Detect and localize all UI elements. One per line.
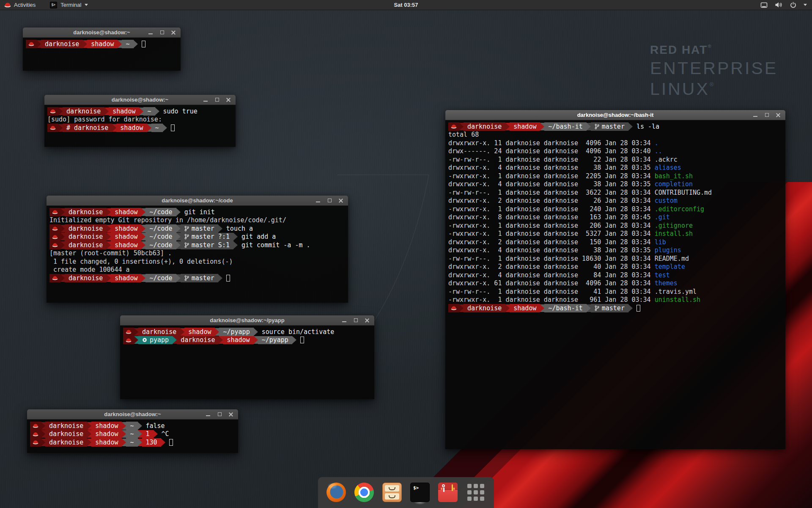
terminal-cursor — [171, 124, 175, 131]
terminal-line: -rw-rw-r--. 1 darknoise darknoise 18630 … — [448, 254, 782, 263]
window-titlebar[interactable]: darknoise@shadow:~ — [44, 95, 236, 105]
prompt-segment-hat — [49, 241, 60, 249]
prompt-segment-user: darknoise — [65, 208, 107, 216]
branch-icon — [184, 226, 189, 232]
redhat-icon — [126, 338, 132, 342]
firefox-icon[interactable] — [326, 483, 346, 502]
terminal-line: darknoiseshadow~/bash-itmasterls -la — [448, 122, 782, 131]
minimize-button[interactable] — [753, 113, 758, 118]
terminal-body[interactable]: darknoiseshadow~/codegit initInitialized… — [47, 206, 348, 303]
terminal-icon[interactable]: $> — [410, 483, 430, 502]
close-button[interactable] — [776, 113, 781, 118]
terminal-line: drwxrwxr-x. 4 darknoise darknoise 38 Jan… — [448, 164, 782, 172]
chevron-down-icon — [85, 4, 88, 6]
prompt-segment-host: shadow — [109, 107, 139, 116]
ls-meta: drwxrwxr-x. 8 darknoise darknoise 163 Ja… — [448, 213, 655, 221]
terminal-line: drwxrwxr-x. 11 darknoise darknoise 4096 … — [448, 139, 782, 147]
volume-icon — [775, 2, 783, 8]
powerline-arrow-icon — [540, 123, 544, 130]
window-titlebar[interactable]: darknoise@shadow:~ — [27, 409, 238, 420]
powerline-arrow-icon — [459, 123, 464, 130]
powerline-arrow-icon — [141, 274, 145, 282]
terminal-window-pyapp[interactable]: darknoise@shadow:~/pyapp darknoiseshadow… — [120, 315, 374, 399]
powerline-arrow-icon — [60, 225, 65, 232]
close-button[interactable] — [226, 97, 231, 102]
file-manager-icon[interactable] — [382, 483, 402, 502]
window-titlebar[interactable]: darknoise@shadow:~/bash-it — [445, 110, 785, 120]
ls-filename: .git — [655, 213, 670, 221]
minimize-button[interactable] — [206, 412, 211, 417]
maximize-button[interactable] — [764, 113, 769, 118]
close-button[interactable] — [171, 30, 176, 35]
app-menu-terminal[interactable]: $> Terminal — [46, 0, 92, 10]
ls-meta: drwxrwxr-x. 4 darknoise darknoise 38 Jan… — [448, 246, 655, 254]
terminal-line: -rw-rw-r--. 1 darknoise darknoise 22 Jan… — [448, 155, 782, 164]
powerline-arrow-icon — [107, 233, 111, 240]
maximize-button[interactable] — [217, 412, 222, 417]
command-text: ^C — [162, 430, 169, 438]
close-button[interactable] — [338, 198, 343, 203]
terminal-window-bash-it[interactable]: darknoise@shadow:~/bash-it darknoiseshad… — [445, 110, 785, 449]
clock[interactable]: Sat 03:57 — [0, 2, 812, 8]
maximize-button[interactable] — [327, 198, 332, 203]
status-area[interactable] — [760, 0, 812, 10]
powerline-arrow-icon — [58, 108, 63, 115]
minimize-button[interactable] — [203, 97, 208, 102]
prompt-segment-path: ~/pyapp — [219, 328, 253, 336]
powerline-arrow-icon — [60, 233, 65, 240]
close-button[interactable] — [365, 318, 370, 323]
maximize-button[interactable] — [214, 97, 219, 102]
terminal-line: -rwxrwxr-x. 1 darknoise darknoise 2205 J… — [448, 172, 782, 180]
window-titlebar[interactable]: darknoise@shadow:~/pyapp — [120, 315, 374, 326]
terminal-line: -rwxrwxr-x. 1 darknoise darknoise 961 Ja… — [448, 296, 782, 304]
terminal-body[interactable]: darknoiseshadow~falsedarknoiseshadow~1^C… — [27, 420, 238, 453]
terminal-body[interactable]: darknoiseshadow~/pyappsource bin/activat… — [120, 326, 374, 399]
minimize-button[interactable] — [148, 30, 153, 35]
window-titlebar[interactable]: darknoise@shadow:~/code — [47, 196, 348, 206]
close-button[interactable] — [228, 412, 233, 417]
terminal-body[interactable]: darknoiseshadow~/bash-itmasterls -latota… — [445, 120, 785, 449]
prompt-segment-hat — [49, 274, 60, 282]
terminal-line: create mode 100644 a — [49, 266, 345, 274]
branch-icon — [184, 234, 189, 240]
terminal-body[interactable]: darknoiseshadow~ — [23, 38, 181, 71]
terminal-line: darknoiseshadow~/codemaster — [49, 274, 345, 282]
powerline-arrow-icon — [459, 304, 464, 312]
redhat-logo-icon — [4, 2, 11, 8]
powerline-arrow-icon — [155, 108, 159, 115]
terminal-line: darknoiseshadow~1^C — [30, 430, 235, 439]
ls-meta: -rw-rw-r--. 1 darknoise darknoise 3622 J… — [448, 189, 655, 196]
prompt-segment-path: ~ — [151, 124, 163, 132]
toolbox-icon[interactable] — [438, 483, 458, 502]
prompt-segment-venv: pyapp — [138, 336, 173, 345]
minimize-button[interactable] — [315, 198, 321, 203]
prompt-segment-git: master — [591, 122, 628, 131]
chrome-icon[interactable] — [354, 483, 374, 502]
activities-button[interactable]: Activities — [0, 0, 40, 10]
prompt-segment-hat — [49, 224, 60, 233]
maximize-button[interactable] — [159, 30, 165, 35]
terminal-line: -rwxrwxr-x. 1 darknoise darknoise 5327 J… — [448, 230, 782, 238]
window-titlebar[interactable]: darknoise@shadow:~ — [23, 28, 181, 38]
prompt-segment-path: ~ — [122, 40, 133, 48]
minimize-button[interactable] — [342, 318, 347, 323]
prompt-segment-user: darknoise — [65, 224, 107, 233]
terminal-window-home-small[interactable]: darknoise@shadow:~ darknoiseshadow~ — [23, 28, 181, 71]
maximize-button[interactable] — [353, 318, 358, 323]
app-menu-label: Terminal — [60, 2, 81, 8]
ls-filename: .editorconfig — [655, 205, 704, 213]
terminal-window-code[interactable]: darknoise@shadow:~/code darknoiseshadow~… — [47, 196, 348, 303]
ls-meta: -rwxrwxr-x. 1 darknoise darknoise 961 Ja… — [448, 296, 655, 304]
redhat-icon — [52, 226, 58, 231]
terminal-window-exit-codes[interactable]: darknoise@shadow:~ darknoiseshadow~false… — [27, 409, 238, 453]
terminal-window-sudo[interactable]: darknoise@shadow:~ darknoiseshadow~sudo … — [44, 95, 236, 147]
command-text: false — [146, 422, 165, 430]
redhat-icon — [50, 125, 56, 130]
redhat-icon — [52, 276, 58, 280]
prompt-segment-path: ~/bash-it — [544, 122, 586, 131]
ls-filename: .. — [655, 147, 662, 155]
terminal-body[interactable]: darknoiseshadow~sudo true[sudo] password… — [44, 105, 236, 147]
prompt-segment-hat — [30, 438, 41, 447]
app-grid-icon[interactable] — [466, 483, 486, 502]
powerline-arrow-icon — [107, 274, 111, 282]
